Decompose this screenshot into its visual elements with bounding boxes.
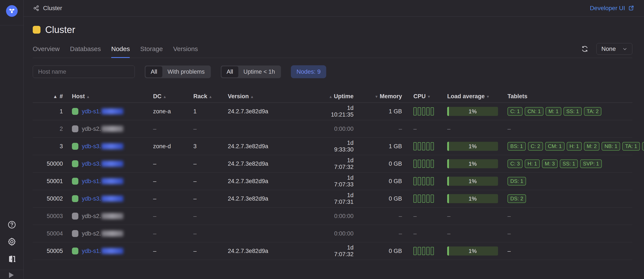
ydb-logo-glyph — [8, 7, 16, 15]
tablet-badge[interactable]: H: 1 — [525, 159, 540, 168]
column-header-uptime[interactable]: ▴Uptime — [326, 93, 354, 100]
load-average-cell: – — [447, 230, 508, 237]
load-average-fill — [447, 107, 449, 116]
tablet-badge[interactable]: C: 2 — [528, 142, 543, 151]
uptime-filter-option[interactable]: Uptime < 1h — [238, 66, 280, 77]
cpu-usage-bars — [402, 142, 447, 150]
host-prefix: ydb-s3. — [82, 160, 101, 167]
load-average-cell: 1% — [447, 177, 508, 186]
column-header-version[interactable]: Version▴ — [220, 93, 326, 100]
tablets-cell: C: 1CN: 1M: 1SS: 1TA: 2 — [508, 107, 632, 116]
host-cell: ydb-s1. — [63, 178, 145, 185]
tablet-badge[interactable]: CN: 1 — [525, 107, 544, 116]
masked-host-name — [102, 196, 123, 202]
uptime-filter-option[interactable]: All — [222, 66, 238, 77]
settings-icon[interactable] — [7, 236, 17, 247]
uptime-cell: 1d 7:07:31 — [326, 192, 354, 205]
column-label: Tablets — [508, 93, 528, 100]
tablet-badge[interactable]: NB: 1 — [602, 142, 620, 151]
column-header-memory[interactable]: ▾Memory — [354, 93, 402, 100]
uptime-cell: 1d 7:07:33 — [326, 174, 354, 188]
node-status-indicator — [72, 125, 78, 132]
host-prefix: ydb-s2. — [82, 230, 101, 237]
host-link[interactable]: ydb-s1. — [82, 248, 123, 254]
cpu-core-bar — [418, 247, 421, 255]
host-link[interactable]: ydb-s1. — [82, 108, 123, 115]
host-name-input[interactable] — [33, 66, 135, 78]
problem-filter-option[interactable]: With problems — [162, 66, 210, 77]
column-header-tablets[interactable]: Tablets — [508, 93, 632, 100]
version-cell: 24.2.7.3e82d9a — [220, 160, 326, 167]
node-id-cell: 50001 — [33, 178, 63, 185]
tablet-badge[interactable]: DS: 1 — [508, 177, 526, 185]
host-link[interactable]: ydb-s3. — [82, 195, 123, 202]
masked-host-name — [102, 143, 123, 149]
tablet-badge[interactable]: TA: 2 — [584, 107, 602, 116]
logout-icon[interactable] — [7, 254, 17, 264]
tablet-badge[interactable]: M: 2 — [584, 142, 600, 151]
node-id-cell: 1 — [33, 108, 63, 115]
column-header-rack[interactable]: Rack▴ — [186, 93, 220, 100]
table-row: 50003ydb-s2.––0:00:00–––– — [33, 207, 632, 225]
tablets-cell: – — [508, 126, 632, 132]
tablet-badge[interactable]: DS: 2 — [508, 194, 526, 203]
tab-overview[interactable]: Overview — [33, 45, 60, 58]
cpu-usage-bars — [402, 160, 447, 168]
column-header-host[interactable]: Host▴ — [63, 93, 145, 100]
table-row: 50002ydb-s3.––24.2.7.3e82d9a1d 7:07:310 … — [33, 190, 632, 207]
column-header-load[interactable]: Load average▾ — [447, 93, 508, 100]
nodes-count-badge[interactable]: Nodes: 9 — [291, 65, 326, 78]
tab-storage[interactable]: Storage — [140, 45, 163, 58]
host-link[interactable]: ydb-s3. — [82, 143, 123, 150]
column-header-cpu[interactable]: CPU▾ — [402, 93, 447, 100]
load-average-fill — [447, 177, 449, 186]
masked-host-name — [102, 248, 123, 254]
tablet-badge[interactable]: TB: 1 — [642, 142, 644, 151]
sidebar — [0, 0, 24, 279]
cpu-core-bar — [418, 177, 421, 185]
cpu-core-bar — [414, 177, 417, 185]
tab-versions[interactable]: Versions — [173, 45, 198, 58]
table-header: ▲#Host▴DC▴Rack▴Version▴▴Uptime▾MemoryCPU… — [33, 90, 632, 103]
tablet-badge[interactable]: SVP: 1 — [580, 159, 602, 168]
chevron-down-icon — [622, 46, 628, 52]
tablet-badge[interactable]: C: 1 — [508, 107, 522, 116]
tablet-badge[interactable]: H: 1 — [567, 142, 582, 151]
sort-down-icon: ▾ — [487, 94, 489, 99]
tablet-badge[interactable]: SS: 1 — [560, 159, 578, 168]
load-average-value: 1% — [468, 178, 477, 185]
tablet-badge[interactable]: TA: 1 — [622, 142, 640, 151]
tablet-badges: DS: 2 — [508, 194, 632, 203]
cpu-cell — [402, 142, 447, 150]
expand-arrow-icon[interactable] — [9, 272, 14, 278]
refresh-button[interactable] — [580, 45, 589, 53]
host-link[interactable]: ydb-s3. — [82, 160, 123, 167]
ydb-logo-icon[interactable] — [6, 5, 18, 17]
host-link[interactable]: ydb-s1. — [82, 178, 123, 185]
main-content: Cluster OverviewDatabasesNodesStorageVer… — [24, 17, 644, 279]
dc-cell: zone-a — [145, 108, 186, 115]
cpu-core-bar — [422, 107, 425, 115]
tablet-badge[interactable]: CM: 1 — [545, 142, 564, 151]
host-prefix: ydb-s2. — [82, 126, 101, 132]
tablet-badge[interactable]: M: 3 — [542, 159, 558, 168]
load-average-cell: 1% — [447, 159, 508, 168]
cpu-usage-bars — [402, 177, 447, 185]
problem-filter-option[interactable]: All — [146, 66, 162, 77]
cpu-core-bar — [422, 160, 425, 168]
breadcrumb[interactable]: Cluster — [33, 5, 62, 12]
column-header-num[interactable]: ▲# — [33, 93, 63, 100]
tab-nodes[interactable]: Nodes — [111, 45, 130, 58]
load-average-fill — [447, 246, 449, 255]
load-average-cell: 1% — [447, 107, 508, 116]
tablet-badge[interactable]: C: 3 — [508, 159, 522, 168]
help-icon[interactable] — [7, 219, 17, 230]
tablet-badge[interactable]: M: 1 — [546, 107, 561, 116]
tab-databases[interactable]: Databases — [70, 45, 101, 58]
autorefresh-select[interactable]: None — [596, 43, 632, 55]
tablet-badge[interactable]: BS: 1 — [508, 142, 526, 151]
column-header-dc[interactable]: DC▴ — [145, 93, 186, 100]
tablet-badge[interactable]: SS: 1 — [564, 107, 582, 116]
developer-ui-link[interactable]: Developer UI — [590, 5, 634, 12]
cpu-core-bar — [431, 160, 434, 168]
